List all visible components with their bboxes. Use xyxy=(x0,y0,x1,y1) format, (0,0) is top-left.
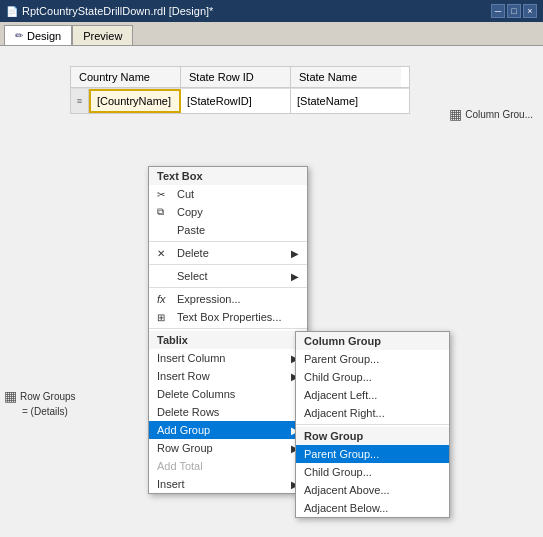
cell-state-row[interactable]: [StateRowID] xyxy=(181,89,291,113)
menu-insertcol[interactable]: Insert Column ▶ xyxy=(149,349,307,367)
menu-textbox-props[interactable]: ⊞ Text Box Properties... xyxy=(149,308,307,326)
row-groups-icon: ▦ xyxy=(4,388,17,404)
textboxprops-icon: ⊞ xyxy=(157,312,173,323)
menu-col-child[interactable]: Child Group... xyxy=(296,368,449,386)
copy-icon: ⧉ xyxy=(157,206,173,218)
col-header-state-row: State Row ID xyxy=(181,67,291,87)
restore-button[interactable]: □ xyxy=(507,4,521,18)
menu-col-parent[interactable]: Parent Group... xyxy=(296,350,449,368)
separator-cm2 xyxy=(296,424,449,425)
cell-country[interactable]: [CountryName] xyxy=(89,89,181,113)
row-groups-title: ▦ Row Groups xyxy=(4,388,76,404)
menu-rowgroup[interactable]: Row Group ▶ xyxy=(149,439,307,457)
menu-paste[interactable]: Paste xyxy=(149,221,307,239)
menu-row-adjabove[interactable]: Adjacent Above... xyxy=(296,481,449,499)
menu-row-adjbelow[interactable]: Adjacent Below... xyxy=(296,499,449,517)
title-bar-controls: ─ □ × xyxy=(491,4,537,18)
col-group-section: Column Group xyxy=(296,332,449,350)
title-icon: 📄 xyxy=(6,6,18,17)
menu-deleterows[interactable]: Delete Rows xyxy=(149,403,307,421)
title-bar: 📄 RptCountryStateDrillDown.rdl [Design]*… xyxy=(0,0,543,22)
separator-2 xyxy=(149,264,307,265)
delete-arrow: ▶ xyxy=(291,248,299,259)
col-groups-icon: ▦ xyxy=(449,106,462,122)
tab-preview[interactable]: Preview xyxy=(72,25,133,45)
context-menu-textbox: Text Box ✂ Cut ⧉ Copy Paste ✕ Delete xyxy=(148,166,308,494)
menu-addgroup[interactable]: Add Group ▶ xyxy=(149,421,307,439)
menu-copy[interactable]: ⧉ Copy xyxy=(149,203,307,221)
context-menu-addgroup: Column Group Parent Group... Child Group… xyxy=(295,331,450,518)
tab-preview-label: Preview xyxy=(83,30,122,42)
menu-cut[interactable]: ✂ Cut xyxy=(149,185,307,203)
close-button[interactable]: × xyxy=(523,4,537,18)
menu-row-child[interactable]: Child Group... xyxy=(296,463,449,481)
menu-expression[interactable]: fx Expression... xyxy=(149,290,307,308)
menu-delete[interactable]: ✕ Delete ▶ xyxy=(149,244,307,262)
menu-row-parent[interactable]: Parent Group... xyxy=(296,445,449,463)
delete-icon: ✕ xyxy=(157,248,173,259)
report-table: Country Name State Row ID State Name ≡ [… xyxy=(70,66,410,114)
menu-section-textbox: Text Box xyxy=(149,167,307,185)
minimize-button[interactable]: ─ xyxy=(491,4,505,18)
expression-icon: fx xyxy=(157,293,173,305)
design-icon: ✏ xyxy=(15,30,23,41)
menu-col-adjright[interactable]: Adjacent Right... xyxy=(296,404,449,422)
row-group-section: Row Group xyxy=(296,427,449,445)
table-data-row: ≡ [CountryName] [StateRowID] [StateName] xyxy=(71,88,409,113)
menu-addtotal: Add Total xyxy=(149,457,307,475)
menu-insertrow[interactable]: Insert Row ▶ xyxy=(149,367,307,385)
col-header-country: Country Name xyxy=(71,67,181,87)
select-arrow: ▶ xyxy=(291,271,299,282)
menu-deletecols[interactable]: Delete Columns xyxy=(149,385,307,403)
separator-4 xyxy=(149,328,307,329)
tab-bar: ✏ Design Preview xyxy=(0,22,543,46)
menu-col-adjleft[interactable]: Adjacent Left... xyxy=(296,386,449,404)
row-groups-detail: = (Details) xyxy=(4,406,76,417)
table-header-row: Country Name State Row ID State Name xyxy=(71,67,409,88)
cell-state-name[interactable]: [StateName] xyxy=(291,89,401,113)
cut-icon: ✂ Cut xyxy=(157,188,194,200)
col-groups-panel: ▦ Column Grou... xyxy=(449,106,533,122)
col-header-state-name: State Name xyxy=(291,67,401,87)
menu-section-tablix: Tablix xyxy=(149,331,307,349)
menu-insert[interactable]: Insert ▶ xyxy=(149,475,307,493)
separator-3 xyxy=(149,287,307,288)
design-area: Country Name State Row ID State Name ≡ [… xyxy=(0,46,543,537)
title-text: RptCountryStateDrillDown.rdl [Design]* xyxy=(22,5,213,17)
tab-design[interactable]: ✏ Design xyxy=(4,25,72,45)
menu-select[interactable]: Select ▶ xyxy=(149,267,307,285)
row-handle: ≡ xyxy=(71,89,89,113)
tab-design-label: Design xyxy=(27,30,61,42)
row-groups-panel: ▦ Row Groups = (Details) xyxy=(4,388,76,417)
title-bar-left: 📄 RptCountryStateDrillDown.rdl [Design]* xyxy=(6,5,213,17)
separator-1 xyxy=(149,241,307,242)
